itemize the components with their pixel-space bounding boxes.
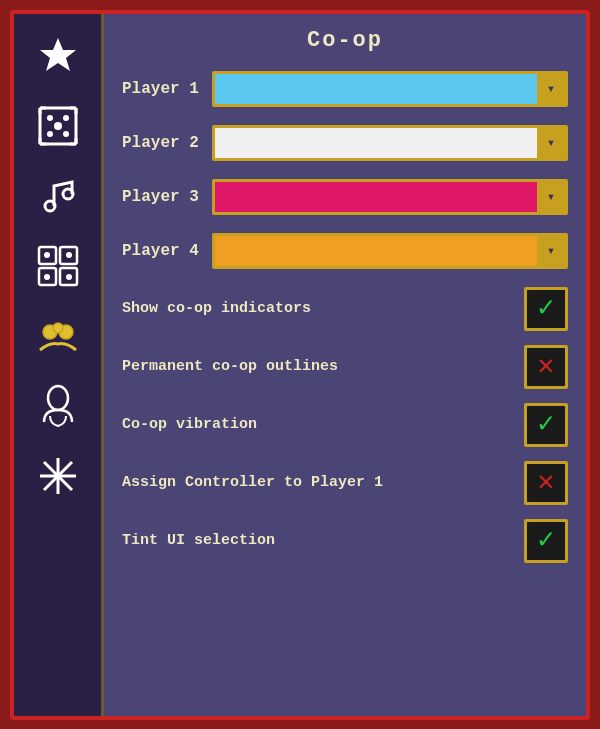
svg-point-5	[47, 131, 53, 137]
player-color-bar-3	[215, 182, 537, 212]
sidebar	[14, 14, 104, 716]
sidebar-item-gameplay[interactable]	[28, 236, 88, 296]
player-row-2: Player 2▾	[122, 125, 568, 161]
svg-point-3	[63, 115, 69, 121]
toggle-label-3: Co-op vibration	[122, 415, 508, 435]
player-color-bar-1	[215, 74, 537, 104]
sidebar-item-effects[interactable]	[28, 96, 88, 156]
player-color-bar-4	[215, 236, 537, 266]
svg-point-15	[45, 201, 55, 211]
svg-point-27	[53, 323, 63, 333]
dropdown-arrow-icon-4: ▾	[537, 236, 565, 266]
toggle-checkbox-4[interactable]: ✕	[524, 461, 568, 505]
player-label-1: Player 1	[122, 80, 212, 98]
toggle-checkbox-5[interactable]: ✓	[524, 519, 568, 563]
svg-point-28	[48, 386, 68, 410]
player-color-dropdown-1[interactable]: ▾	[212, 71, 568, 107]
sidebar-item-favorites[interactable]	[28, 26, 88, 86]
svg-point-4	[54, 122, 62, 130]
main-panel: Co-op Player 1▾Player 2▾Player 3▾Player …	[104, 14, 586, 716]
svg-point-2	[47, 115, 53, 121]
toggle-row-3: Co-op vibration✓	[122, 403, 568, 447]
svg-point-6	[63, 131, 69, 137]
player-row-4: Player 4▾	[122, 233, 568, 269]
dropdown-arrow-icon-2: ▾	[537, 128, 565, 158]
toggle-checkbox-3[interactable]: ✓	[524, 403, 568, 447]
settings-scroll-area[interactable]: Player 1▾Player 2▾Player 3▾Player 4▾ Sho…	[104, 63, 586, 716]
sidebar-item-music[interactable]	[28, 166, 88, 226]
toggle-label-4: Assign Controller to Player 1	[122, 473, 508, 493]
check-icon-1: ✓	[538, 295, 555, 323]
toggle-row-4: Assign Controller to Player 1✕	[122, 461, 568, 505]
svg-point-23	[44, 274, 50, 280]
sidebar-item-controls[interactable]	[28, 376, 88, 436]
page-title: Co-op	[104, 14, 586, 63]
sidebar-item-extras[interactable]	[28, 446, 88, 506]
cross-icon-2: ✕	[538, 353, 555, 381]
main-window: Co-op Player 1▾Player 2▾Player 3▾Player …	[10, 10, 590, 720]
check-icon-5: ✓	[538, 527, 555, 555]
player-color-bar-2	[215, 128, 537, 158]
player-color-dropdown-2[interactable]: ▾	[212, 125, 568, 161]
check-icon-3: ✓	[538, 411, 555, 439]
svg-point-22	[66, 252, 72, 258]
svg-point-24	[66, 274, 72, 280]
svg-marker-0	[40, 38, 76, 71]
player-row-3: Player 3▾	[122, 179, 568, 215]
toggle-label-1: Show co-op indicators	[122, 299, 508, 319]
player-color-dropdown-4[interactable]: ▾	[212, 233, 568, 269]
dropdown-arrow-icon-3: ▾	[537, 182, 565, 212]
cross-icon-4: ✕	[538, 469, 555, 497]
player-color-dropdown-3[interactable]: ▾	[212, 179, 568, 215]
dropdown-arrow-icon-1: ▾	[537, 74, 565, 104]
player-label-2: Player 2	[122, 134, 212, 152]
toggle-label-5: Tint UI selection	[122, 531, 508, 551]
svg-point-16	[63, 189, 73, 199]
svg-point-21	[44, 252, 50, 258]
sidebar-item-coop[interactable]	[28, 306, 88, 366]
player-label-4: Player 4	[122, 242, 212, 260]
toggle-row-5: Tint UI selection✓	[122, 519, 568, 563]
player-row-1: Player 1▾	[122, 71, 568, 107]
toggle-label-2: Permanent co-op outlines	[122, 357, 508, 377]
player-label-3: Player 3	[122, 188, 212, 206]
toggle-row-2: Permanent co-op outlines✕	[122, 345, 568, 389]
toggle-row-1: Show co-op indicators✓	[122, 287, 568, 331]
toggle-checkbox-1[interactable]: ✓	[524, 287, 568, 331]
toggle-checkbox-2[interactable]: ✕	[524, 345, 568, 389]
